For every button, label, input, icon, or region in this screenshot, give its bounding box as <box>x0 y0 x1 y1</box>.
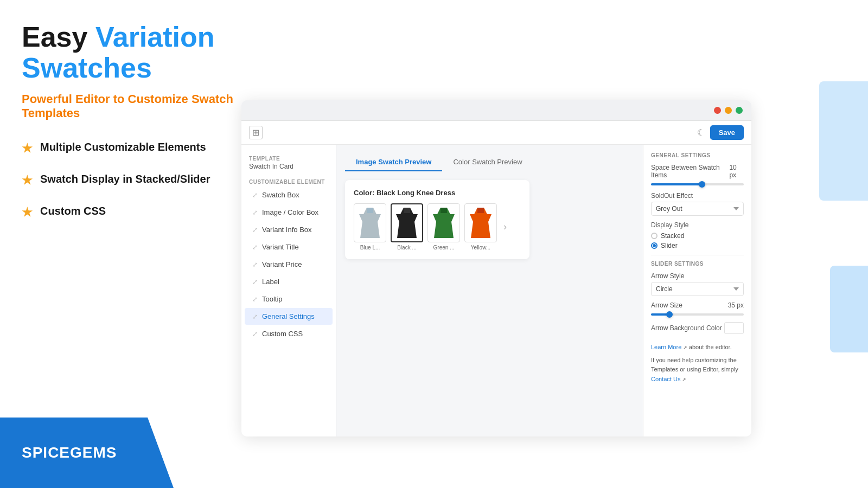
sidebar-item-label[interactable]: ⤢ Label <box>245 273 333 290</box>
swatch-label-black: Black ... <box>397 245 417 251</box>
resize-icon: ⤢ <box>252 209 258 216</box>
swatch-label-orange: Yellow... <box>471 245 490 251</box>
arrow-bg-label: Arrow Background Color <box>651 324 722 332</box>
product-color-label: Color: Black Long Knee Dress <box>354 189 521 197</box>
moon-icon[interactable]: ☾ <box>697 127 705 138</box>
resize-icon: ⤢ <box>252 330 258 338</box>
tab-image-swatch[interactable]: Image Swatch Preview <box>345 153 442 171</box>
sidebar-item-tooltip[interactable]: ⤢ Tooltip <box>245 291 333 307</box>
arrow-size-slider-track <box>651 313 744 316</box>
space-slider-fill <box>651 183 702 185</box>
dot-yellow[interactable] <box>725 107 732 114</box>
feature-list: ★ Multiple Customizable Elements ★ Swatc… <box>22 140 239 220</box>
radio-circle-stacked <box>651 233 658 239</box>
sidebar-item-label: General Settings <box>262 312 315 320</box>
right-panel: GENERAL SETTINGS Space Between Swatch It… <box>643 145 751 436</box>
space-slider-container[interactable] <box>651 183 744 185</box>
window-body: Template Swatch In Card CUSTOMIZABLE ELE… <box>241 145 751 436</box>
star-icon: ★ <box>22 173 33 189</box>
save-button[interactable]: Save <box>710 125 744 140</box>
display-radio-group: Stacked Slider <box>651 232 744 249</box>
arrow-size-label: Arrow Size <box>651 301 682 309</box>
arrow-size-slider-thumb[interactable] <box>666 311 673 318</box>
radio-circle-slider <box>651 242 658 249</box>
resize-icon: ⤢ <box>252 261 258 268</box>
slider-label: Slider <box>661 242 678 249</box>
sidebar-item-general-settings[interactable]: ⤢ General Settings <box>245 308 333 325</box>
arrow-style-label: Arrow Style <box>651 272 744 280</box>
learn-more-link[interactable]: Learn More <box>651 344 681 350</box>
swatch-img-orange <box>464 203 497 242</box>
feature-item: ★ Swatch Display in Stacked/Slider <box>22 172 239 189</box>
svg-rect-3 <box>477 208 484 213</box>
dot-red[interactable] <box>714 107 721 114</box>
tab-color-swatch[interactable]: Color Swatch Preview <box>442 153 533 171</box>
space-row: Space Between Swatch Items 10 px <box>651 164 744 179</box>
subtitle: Powerful Editor to Customize Swatch Temp… <box>22 92 239 120</box>
soldout-label: SoldOut Effect <box>651 192 744 200</box>
swatch-next-arrow[interactable]: › <box>501 221 509 233</box>
main-title: Easy Variation Swatches <box>22 22 239 84</box>
window-dots <box>714 107 743 114</box>
learn-more-suffix: about the editor. <box>687 344 732 350</box>
soldout-select[interactable]: Grey Out <box>651 202 744 216</box>
toolbar-right: ☾ Save <box>697 125 744 140</box>
feature-text-2: Swatch Display in Stacked/Slider <box>40 172 210 186</box>
sidebar-item-label: Label <box>262 278 279 286</box>
deco-shape-top <box>819 81 868 201</box>
contact-us-link[interactable]: Contact Us <box>651 376 680 382</box>
space-value: 10 px <box>729 164 744 179</box>
color-prefix: Color: <box>354 189 374 197</box>
swatch-item-orange[interactable]: Yellow... <box>464 203 497 251</box>
svg-rect-1 <box>404 208 410 213</box>
sidebar-item-label: Variant Info Box <box>262 226 312 234</box>
ext-icon-2: ↗ <box>680 377 686 382</box>
resize-icon: ⤢ <box>252 226 258 234</box>
arrow-bg-row: Arrow Background Color <box>651 322 744 334</box>
sidebar-item-image-color-box[interactable]: ⤢ Image / Color Box <box>245 204 333 221</box>
slider-section-title: SLIDER SETTINGS <box>651 261 744 267</box>
stacked-label: Stacked <box>661 232 684 240</box>
radio-stacked[interactable]: Stacked <box>651 232 744 240</box>
sidebar-item-swatch-box[interactable]: ⤢ Swatch Box <box>245 187 333 203</box>
arrow-style-select[interactable]: Circle <box>651 282 744 296</box>
svg-rect-0 <box>367 208 373 213</box>
grid-icon[interactable]: ⊞ <box>249 126 263 139</box>
space-label: Space Between Swatch Items <box>651 164 729 179</box>
space-slider-thumb[interactable] <box>699 181 705 188</box>
resize-icon: ⤢ <box>252 296 258 303</box>
resize-icon: ⤢ <box>252 191 258 199</box>
swatch-img-black <box>391 203 423 242</box>
resize-icon: ⤢ <box>252 278 258 286</box>
swatch-item-black[interactable]: Black ... <box>391 203 423 251</box>
app-window: ⊞ ☾ Save Template Swatch In Card CUSTOMI… <box>241 100 751 436</box>
bottom-links: Learn More ↗ about the editor. If you ne… <box>651 343 744 384</box>
swatch-img-blue <box>354 203 386 242</box>
arrow-bg-color-picker[interactable] <box>724 322 744 334</box>
swatch-item-green[interactable]: Green ... <box>427 203 460 251</box>
deco-shape-bottom <box>830 266 868 352</box>
deco-right <box>803 81 868 352</box>
main-content: Image Swatch Preview Color Swatch Previe… <box>336 145 643 436</box>
dot-green[interactable] <box>736 107 743 114</box>
sidebar-element-label: CUSTOMIZABLE ELEMENT <box>241 176 336 186</box>
swatch-img-green <box>427 203 460 242</box>
swatch-grid: Blue L... Black ... <box>354 203 521 251</box>
left-section: Easy Variation Swatches Powerful Editor … <box>22 22 239 235</box>
arrow-size-value: 35 px <box>728 301 744 309</box>
star-icon: ★ <box>22 205 33 221</box>
radio-slider[interactable]: Slider <box>651 242 744 249</box>
toolbar-left: ⊞ <box>249 126 263 139</box>
sidebar-item-variant-price[interactable]: ⤢ Variant Price <box>245 256 333 273</box>
swatch-label-green: Green ... <box>433 245 455 251</box>
sidebar: Template Swatch In Card CUSTOMIZABLE ELE… <box>241 145 336 436</box>
window-titlebar <box>241 100 751 121</box>
sidebar-item-label: Swatch Box <box>262 191 299 199</box>
sidebar-item-variant-info-box[interactable]: ⤢ Variant Info Box <box>245 221 333 238</box>
swatch-item-blue[interactable]: Blue L... <box>354 203 386 251</box>
sidebar-item-label: Tooltip <box>262 295 283 303</box>
sidebar-item-variant-title[interactable]: ⤢ Variant Title <box>245 239 333 255</box>
arrow-size-slider-container[interactable] <box>651 313 744 316</box>
sidebar-item-label: Variant Price <box>262 260 302 268</box>
sidebar-item-custom-css[interactable]: ⤢ Custom CSS <box>245 325 333 342</box>
